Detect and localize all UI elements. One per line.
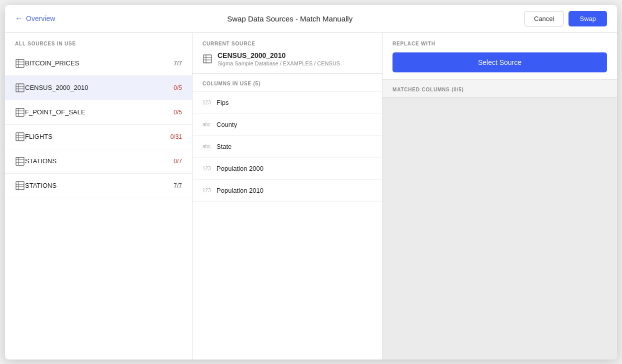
column-type: abc: [202, 144, 216, 149]
column-list: 123 Fips abc County abc State 123 Popula…: [192, 92, 382, 360]
left-panel: ALL SOURCES IN USE BITCOIN_PRICES 7/7 CE…: [5, 33, 192, 360]
column-item: 123 Population 2010: [192, 180, 382, 202]
swap-data-sources-modal: ← Overview Swap Data Sources - Match Man…: [5, 5, 617, 360]
back-label: Overview: [26, 14, 55, 22]
source-count: 0/7: [174, 158, 182, 165]
column-name: County: [216, 121, 237, 128]
source-count: 0/5: [174, 84, 182, 91]
source-count: 7/7: [174, 182, 182, 189]
source-name: FLIGHTS: [25, 133, 170, 140]
replace-with-label: REPLACE WITH: [392, 41, 607, 52]
source-name: STATIONS: [25, 182, 174, 189]
table-icon: [202, 54, 212, 64]
all-sources-label: ALL SOURCES IN USE: [5, 33, 192, 51]
column-type: 123: [202, 166, 216, 171]
table-icon: [15, 132, 25, 142]
source-list: BITCOIN_PRICES 7/7 CENSUS_2000_2010 0/5 …: [5, 51, 192, 360]
column-item: 123 Fips: [192, 92, 382, 114]
column-type: 123: [202, 100, 216, 105]
column-name: Population 2010: [216, 187, 264, 194]
svg-rect-12: [16, 133, 24, 141]
source-item[interactable]: F_POINT_OF_SALE 0/5: [5, 100, 192, 125]
right-panel: REPLACE WITH Select Source MATCHED COLUM…: [382, 33, 617, 360]
source-item[interactable]: BITCOIN_PRICES 7/7: [5, 51, 192, 76]
source-item[interactable]: CENSUS_2000_2010 0/5: [5, 76, 192, 100]
source-name: F_POINT_OF_SALE: [25, 108, 174, 116]
source-count: 0/31: [170, 133, 182, 140]
source-item[interactable]: FLIGHTS 0/31: [5, 125, 192, 149]
column-item: abc State: [192, 136, 382, 158]
table-icon: [15, 58, 25, 68]
svg-rect-0: [16, 59, 24, 67]
current-source-path: Sigma Sample Database / EXAMPLES / CENSU…: [218, 60, 340, 66]
column-type: abc: [202, 122, 216, 127]
source-name: CENSUS_2000_2010: [25, 84, 174, 91]
svg-rect-4: [16, 84, 24, 92]
source-item[interactable]: STATIONS 0/7: [5, 149, 192, 174]
matched-columns-label: MATCHED COLUMNS (0/5): [382, 80, 617, 98]
current-source-info: CENSUS_2000_2010 Sigma Sample Database /…: [202, 51, 372, 66]
source-count: 0/5: [174, 109, 182, 116]
modal-header: ← Overview Swap Data Sources - Match Man…: [5, 5, 617, 33]
table-icon: [15, 181, 25, 191]
column-name: Fips: [216, 99, 229, 106]
header-actions: Cancel Swap: [524, 11, 607, 26]
page-title: Swap Data Sources - Match Manually: [227, 14, 352, 23]
current-source-name: CENSUS_2000_2010: [218, 51, 340, 59]
table-icon: [15, 107, 25, 117]
column-name: Population 2000: [216, 165, 264, 172]
select-source-button[interactable]: Select Source: [392, 52, 607, 72]
back-to-overview-link[interactable]: ← Overview: [15, 14, 55, 23]
cancel-button[interactable]: Cancel: [524, 11, 564, 26]
column-type: 123: [202, 188, 216, 193]
back-arrow-icon: ←: [15, 14, 23, 23]
table-icon: [15, 83, 25, 93]
replace-with-header: REPLACE WITH Select Source: [382, 33, 617, 80]
swap-button[interactable]: Swap: [568, 11, 607, 26]
middle-panel: CURRENT SOURCE CENSUS_2000_2010 Sigma Sa…: [192, 33, 382, 360]
current-source-label: CURRENT SOURCE: [202, 41, 372, 51]
table-icon: [15, 156, 25, 166]
column-item: 123 Population 2000: [192, 158, 382, 180]
svg-rect-24: [204, 55, 212, 63]
matched-columns-area: [382, 98, 617, 360]
svg-rect-20: [16, 182, 24, 190]
modal-body: ALL SOURCES IN USE BITCOIN_PRICES 7/7 CE…: [5, 33, 617, 360]
svg-rect-16: [16, 157, 24, 165]
current-source-header: CURRENT SOURCE CENSUS_2000_2010 Sigma Sa…: [192, 33, 382, 74]
source-name: STATIONS: [25, 157, 174, 165]
source-count: 7/7: [174, 60, 182, 67]
source-item[interactable]: STATIONS 7/7: [5, 174, 192, 198]
source-details: CENSUS_2000_2010 Sigma Sample Database /…: [218, 51, 340, 66]
column-item: abc County: [192, 114, 382, 136]
columns-in-use-label: COLUMNS IN USE (5): [192, 74, 382, 92]
svg-rect-8: [16, 108, 24, 116]
column-name: State: [216, 143, 232, 150]
source-name: BITCOIN_PRICES: [25, 59, 174, 67]
